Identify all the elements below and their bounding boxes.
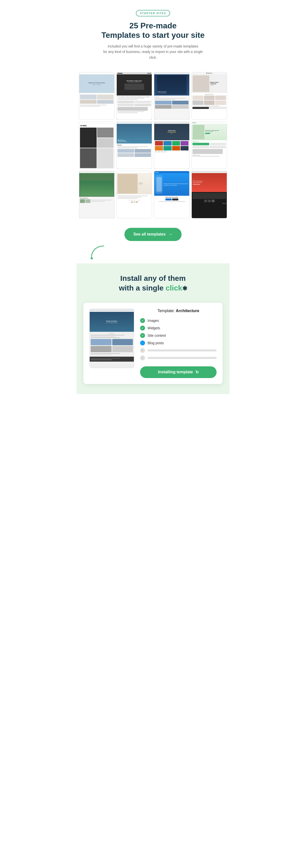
template-thumb-wedding[interactable]: Allison & Peter Something about our day [116,171,152,218]
template-thumb-remi[interactable]: I'M RÉMI [79,122,114,169]
install-section: Install any of them with a single click✱… [76,264,230,394]
curved-arrow-area [76,244,230,264]
check-icon-blog-posts: 🌐 [140,340,145,345]
template-thumb-fashion[interactable]: Kalure Modern HomeCollection Shop Now Fe… [192,72,227,120]
check-icon-bar2: ✓ [140,355,145,361]
template-thumb-app[interactable]: Shopify Now you'll know exactly when and… [154,171,190,218]
feature-list: ✓ Images ✓ Widgets ✓ Site content 🌐 Blog… [140,318,216,361]
template-card: Design of interiorsthe art of organizing… [83,303,223,384]
template-thumb-car[interactable]: Electric performance,the facetted Tesla … [192,171,227,218]
cta-section: See all templates → [76,220,230,244]
feature-item-site-content: ✓ Site content [140,333,216,338]
template-thumb-medical[interactable]: Medical Caring for the growing needs of … [192,122,227,169]
main-title: 25 Pre-made Templates to start your site [81,21,225,40]
feature-item-bar1: ✓ [140,348,216,353]
template-thumb-books[interactable]: Always keep reading Books Books [154,122,190,169]
check-icon-bar1: ✓ [140,348,145,353]
template-preview-image: Design of interiorsthe art of organizing… [90,309,134,368]
install-title: Install any of them with a single click✱ [81,273,225,293]
template-thumb-architecture[interactable]: Design of interiorsthe art of organizing… [154,72,190,120]
template-grid-row1: Welcome to Furniture Store Modern & Eleg… [76,72,230,120]
see-all-label: See all templates [133,232,166,237]
spinner-icon: ↻ [196,370,199,375]
subtitle: Included you will find a huge variety of… [101,43,205,60]
feature-item-images: ✓ Images [140,318,216,323]
template-thumb-law[interactable]: Hire Robert Langley Team Professional La… [116,72,152,120]
feature-item-widgets: ✓ Widgets [140,326,216,331]
arrow-icon: → [168,232,173,237]
install-template-button[interactable]: Installing template ↻ [140,366,216,378]
curved-arrow-svg [89,244,109,264]
template-grid-row2: I'M RÉMI Bienvenue à [76,122,230,169]
check-icon-site-content: ✓ [140,333,145,338]
template-info: Template: Architecture ✓ Images ✓ Widget… [140,309,216,378]
check-icon-widgets: ✓ [140,326,145,331]
template-thumb-furniture[interactable]: Welcome to Furniture Store Modern & Eleg… [79,72,114,120]
install-label: Installing template [158,370,193,374]
feature-item-bar2: ✓ [140,355,216,361]
see-all-templates-button[interactable]: See all templates → [125,228,181,241]
template-name-label: Template: Architecture [140,309,216,313]
feature-item-blog-posts: 🌐 Blog posts [140,340,216,345]
check-icon-images: ✓ [140,318,145,323]
template-thumb-university[interactable]: University News [79,171,114,218]
starter-section: STARTER SITES 25 Pre-made Templates to s… [76,0,230,72]
template-thumb-hotel[interactable]: Bienvenue à Montmartre Views over Seine … [116,122,152,169]
starter-badge: STARTER SITES [136,10,170,17]
template-grid-row3: University News Allison & Peter [76,171,230,218]
